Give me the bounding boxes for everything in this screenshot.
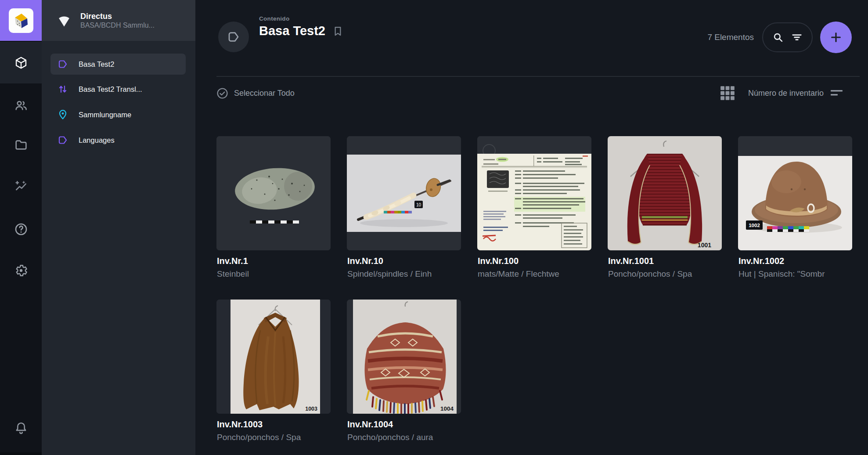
plus-icon bbox=[829, 30, 843, 44]
module-content[interactable] bbox=[0, 42, 42, 83]
import-export-icon bbox=[58, 84, 68, 94]
breadcrumb: Contenido bbox=[259, 15, 289, 22]
sidebar-item-label: Sammlungname bbox=[79, 111, 131, 119]
select-all-control[interactable]: Seleccionar Todo bbox=[216, 87, 295, 99]
module-docs[interactable] bbox=[0, 216, 42, 242]
box-icon bbox=[14, 56, 28, 70]
layout-toolbar: Seleccionar Todo Número de inventario bbox=[216, 76, 860, 101]
project-descriptor: BASA/BCDH Sammlu... bbox=[80, 21, 155, 30]
card-subtitle: Poncho/ponchos / Spa bbox=[217, 432, 330, 443]
item-card[interactable]: 1004 Inv.Nr.1004 Poncho/ponchos / aura bbox=[347, 300, 461, 443]
navigation-sidebar: Directus BASA/BCDH Sammlu... Basa Test2 … bbox=[42, 0, 195, 455]
sidebar-item-label: Basa Test2 bbox=[79, 60, 114, 69]
card-title: Inv.Nr.1004 bbox=[347, 419, 461, 430]
card-image-stone-axe bbox=[216, 136, 331, 250]
item-card[interactable]: 1002 Inv.Nr.1002 Hut | S bbox=[738, 136, 852, 279]
photo-tag: 1003 bbox=[305, 406, 317, 412]
item-card[interactable]: 10 Inv.Nr.10 Spindel/spindles / Einh bbox=[347, 136, 461, 279]
card-subtitle: Steinbeil bbox=[217, 269, 330, 279]
photo-tag: 1004 bbox=[440, 405, 454, 412]
card-subtitle: mats/Matte / Flechtwe bbox=[478, 269, 591, 279]
sort-icon[interactable] bbox=[831, 90, 843, 97]
card-title: Inv.Nr.1003 bbox=[217, 419, 330, 430]
card-title: Inv.Nr.1 bbox=[217, 256, 330, 266]
label-icon bbox=[227, 30, 240, 43]
page-title: Basa Test2 bbox=[259, 23, 325, 38]
check-circle-icon bbox=[216, 87, 228, 99]
filter-icon[interactable] bbox=[791, 32, 803, 43]
bookmark-icon[interactable] bbox=[332, 25, 344, 37]
project-name: Directus bbox=[80, 11, 155, 21]
add-item-button[interactable] bbox=[820, 22, 852, 53]
card-image-spindle: 10 bbox=[347, 136, 461, 250]
collection-icon-button[interactable] bbox=[218, 22, 249, 52]
item-card[interactable]: Inv.Nr.100 mats/Matte / Flechtwe bbox=[477, 136, 591, 279]
module-bar-bottom-edge bbox=[0, 452, 42, 455]
notifications-button[interactable] bbox=[0, 415, 42, 441]
sidebar-item-label: Basa Test2 Transl... bbox=[79, 85, 142, 94]
search-icon[interactable] bbox=[772, 32, 784, 43]
help-icon bbox=[14, 222, 28, 236]
label-icon bbox=[58, 59, 68, 69]
card-title: Inv.Nr.1002 bbox=[738, 256, 852, 266]
project-info[interactable]: Directus BASA/BCDH Sammlu... bbox=[42, 0, 195, 41]
bell-icon bbox=[14, 421, 28, 435]
insights-icon bbox=[14, 179, 28, 193]
card-subtitle: Poncho/ponchos / aura bbox=[347, 432, 461, 443]
card-subtitle: Poncho/ponchos / Spa bbox=[608, 269, 721, 279]
sidebar-item-sammlungname[interactable]: Sammlungname bbox=[50, 104, 186, 125]
card-image-red-poncho: 1001 bbox=[608, 136, 722, 250]
search-filter-pill bbox=[762, 22, 813, 52]
sidebar-item-basa-test2-translations[interactable]: Basa Test2 Transl... bbox=[50, 79, 186, 100]
project-logo-icon bbox=[9, 8, 33, 33]
users-icon bbox=[14, 98, 28, 112]
item-card[interactable]: 1001 Inv.Nr.1001 Poncho/ponchos / Spa bbox=[608, 136, 722, 279]
select-all-label: Seleccionar Todo bbox=[234, 89, 295, 98]
card-subtitle: Spindel/spindles / Einh bbox=[347, 269, 461, 279]
grid-icon[interactable] bbox=[719, 85, 736, 101]
card-title: Inv.Nr.10 bbox=[347, 256, 461, 266]
card-image-patterned-poncho: 1004 bbox=[347, 300, 461, 414]
item-card[interactable]: 1003 Inv.Nr.1003 Poncho/ponchos / Spa bbox=[216, 300, 331, 443]
sidebar-item-languages[interactable]: Languages bbox=[50, 130, 186, 151]
module-bar bbox=[0, 0, 42, 455]
card-title: Inv.Nr.1001 bbox=[608, 256, 721, 266]
cards-grid: Inv.Nr.1 Steinbeil bbox=[216, 136, 852, 443]
sidebar-item-label: Languages bbox=[79, 136, 115, 144]
sort-field-label[interactable]: Número de inventario bbox=[748, 89, 824, 98]
card-title: Inv.Nr.100 bbox=[478, 256, 591, 266]
module-users[interactable] bbox=[0, 92, 42, 119]
project-fan-icon bbox=[57, 13, 72, 28]
module-settings[interactable] bbox=[0, 257, 42, 284]
module-files[interactable] bbox=[0, 132, 42, 158]
item-count: 7 Elementos bbox=[707, 32, 754, 42]
card-image-catalog-document bbox=[477, 136, 591, 250]
card-subtitle: Hut | Spanisch: "Sombr bbox=[738, 269, 852, 279]
item-card[interactable]: Inv.Nr.1 Steinbeil bbox=[216, 136, 331, 279]
project-logo-button[interactable] bbox=[0, 0, 42, 41]
photo-tag: 1001 bbox=[698, 242, 711, 249]
sidebar-item-basa-test2[interactable]: Basa Test2 bbox=[50, 54, 186, 75]
card-image-brown-poncho: 1003 bbox=[216, 300, 331, 414]
folder-icon bbox=[14, 138, 28, 152]
module-insights[interactable] bbox=[0, 173, 42, 199]
photo-tag: 1002 bbox=[749, 223, 760, 228]
gear-icon bbox=[14, 264, 28, 278]
label-icon bbox=[58, 135, 68, 145]
main-content: Contenido Basa Test2 7 Elementos Se bbox=[195, 0, 868, 455]
map-pin-icon bbox=[58, 109, 68, 120]
photo-tag: 10 bbox=[416, 202, 421, 207]
card-image-hat: 1002 bbox=[738, 136, 852, 250]
